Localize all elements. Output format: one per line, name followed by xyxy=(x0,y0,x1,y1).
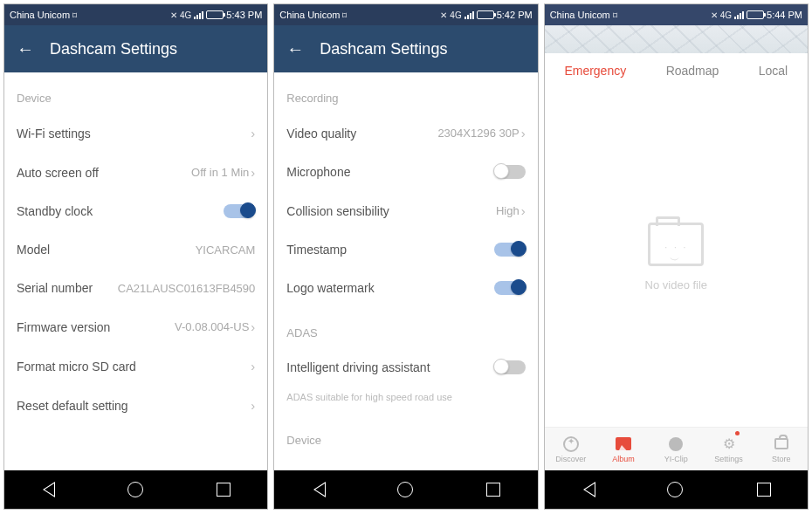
nav-home-button[interactable] xyxy=(127,482,143,497)
tab-settings[interactable]: ⚙ Settings xyxy=(702,428,754,470)
row-label: Video quality xyxy=(286,127,356,140)
adas-toggle[interactable] xyxy=(494,360,526,374)
nav-home-button[interactable] xyxy=(397,482,413,497)
chevron-right-icon: › xyxy=(521,126,526,140)
row-label: Format micro SD card xyxy=(17,360,136,374)
signal-icon xyxy=(734,10,744,19)
section-adas: ADAS xyxy=(274,307,537,348)
empty-text: No video file xyxy=(645,278,708,291)
chevron-right-icon: › xyxy=(251,359,255,374)
tab-emergency[interactable]: Emergency xyxy=(564,64,626,78)
row-firmware-version[interactable]: Firmware version V-0.08.004-US› xyxy=(4,307,267,346)
row-label: Microphone xyxy=(286,165,350,179)
app-header: ← Dashcam Settings xyxy=(274,25,537,72)
network-4g-icon: 4G xyxy=(180,10,191,20)
row-standby-clock: Standby clock xyxy=(4,192,267,230)
clock-label: 5:44 PM xyxy=(767,10,802,20)
tab-label: Album xyxy=(612,455,635,463)
signal-icon xyxy=(194,10,203,19)
row-label: Logo watermark xyxy=(286,281,374,295)
clock-label: 5:43 PM xyxy=(226,10,262,20)
nav-back-button[interactable] xyxy=(581,482,594,497)
empty-folder-icon: · · ·︶ xyxy=(648,223,704,266)
album-icon xyxy=(615,435,632,453)
chevron-right-icon: › xyxy=(251,126,255,140)
timestamp-toggle[interactable] xyxy=(494,243,526,257)
clock-label: 5:42 PM xyxy=(497,10,533,20)
row-format-sd[interactable]: Format micro SD card › xyxy=(4,346,267,386)
network-4g-icon: 4G xyxy=(720,10,732,20)
carrier-label: China Unicom xyxy=(10,10,70,20)
gear-icon: ⚙ xyxy=(720,435,738,453)
nav-back-button[interactable] xyxy=(312,482,324,497)
row-model: Model YICARCAM xyxy=(4,230,267,269)
chevron-right-icon: › xyxy=(251,319,255,334)
notification-dot-icon xyxy=(735,431,740,435)
phone-1: China Unicom ⌑ ✕ 4G 5:43 PM ← Dashcam Se… xyxy=(3,3,268,510)
nav-recents-button[interactable] xyxy=(217,483,231,497)
row-label: Timestamp xyxy=(286,243,347,257)
tab-label: Settings xyxy=(714,455,743,463)
status-bar: China Unicom ⌑ ✕ 4G 5:42 PM xyxy=(274,4,537,25)
row-value: V-0.08.004-US xyxy=(175,320,249,333)
chevron-right-icon: › xyxy=(521,203,526,218)
row-logo-watermark: Logo watermark xyxy=(274,269,537,307)
section-device: Device xyxy=(4,72,267,113)
tab-label: Discover xyxy=(555,455,586,463)
row-wifi-settings[interactable]: Wi-Fi settings › xyxy=(4,113,267,153)
microphone-toggle[interactable] xyxy=(494,165,526,179)
nav-recents-button[interactable] xyxy=(486,483,500,497)
tab-local[interactable]: Local xyxy=(759,64,788,78)
phone-3: China Unicom ⌑ ✕ 4G 5:44 PM Emergency Ro… xyxy=(544,3,809,510)
status-bar: China Unicom ⌑ ✕ 4G 5:44 PM xyxy=(545,4,808,25)
standby-clock-toggle[interactable] xyxy=(224,204,255,218)
tab-roadmap[interactable]: Roadmap xyxy=(666,64,719,78)
row-label: Reset default setting xyxy=(17,399,128,413)
nav-back-button[interactable] xyxy=(41,482,53,497)
empty-state: · · ·︶ No video file xyxy=(545,86,808,427)
network-4g-icon: 4G xyxy=(450,10,461,20)
row-value: CA21LAUSC01613FB4590 xyxy=(118,282,256,295)
tab-label: Store xyxy=(772,455,791,463)
nav-home-button[interactable] xyxy=(667,482,683,497)
row-value: Off in 1 Min xyxy=(191,166,249,179)
row-label: Serial number xyxy=(17,281,93,295)
tab-discover[interactable]: Discover xyxy=(545,428,597,470)
row-label: Model xyxy=(17,243,50,257)
tab-yiclip[interactable]: YI-Clip xyxy=(650,428,702,470)
logo-watermark-toggle[interactable] xyxy=(494,281,526,295)
chevron-right-icon: › xyxy=(251,165,255,180)
carrier-label: China Unicom xyxy=(550,10,610,20)
back-button[interactable]: ← xyxy=(286,39,304,59)
row-label: Collision sensibility xyxy=(286,204,389,218)
row-label: Auto screen off xyxy=(17,166,99,180)
settings-content: Recording Video quality 2304X1296 30P› M… xyxy=(274,72,537,470)
signal-icon xyxy=(464,10,474,19)
compass-icon xyxy=(562,435,580,453)
page-title: Dashcam Settings xyxy=(320,40,447,58)
row-timestamp: Timestamp xyxy=(274,230,537,269)
settings-content: Device Wi-Fi settings › Auto screen off … xyxy=(4,72,267,470)
row-value: 2304X1296 30P xyxy=(437,127,519,140)
section-device: Device xyxy=(274,415,537,456)
store-icon xyxy=(773,435,790,453)
row-video-quality[interactable]: Video quality 2304X1296 30P› xyxy=(274,113,537,153)
tab-store[interactable]: Store xyxy=(755,428,808,470)
android-nav-bar xyxy=(4,470,267,509)
android-nav-bar xyxy=(545,470,808,509)
row-microphone: Microphone xyxy=(274,153,537,191)
nav-recents-button[interactable] xyxy=(757,483,771,497)
row-reset-default[interactable]: Reset default setting › xyxy=(4,386,267,425)
battery-icon xyxy=(206,10,224,19)
row-label: Firmware version xyxy=(17,320,110,334)
mute-icon: ✕ xyxy=(170,10,177,20)
row-collision-sensibility[interactable]: Collision sensibility High› xyxy=(274,191,537,230)
status-bar: China Unicom ⌑ ✕ 4G 5:43 PM xyxy=(4,4,267,25)
tabs: Emergency Roadmap Local xyxy=(545,53,808,86)
tab-album[interactable]: Album xyxy=(597,428,650,470)
sim-icon: ⌑ xyxy=(342,10,347,20)
row-auto-screen-off[interactable]: Auto screen off Off in 1 Min› xyxy=(4,153,267,192)
album-content: · · ·︶ No video file xyxy=(545,86,808,427)
row-value: YICARCAM xyxy=(196,243,256,257)
back-button[interactable]: ← xyxy=(17,39,34,59)
